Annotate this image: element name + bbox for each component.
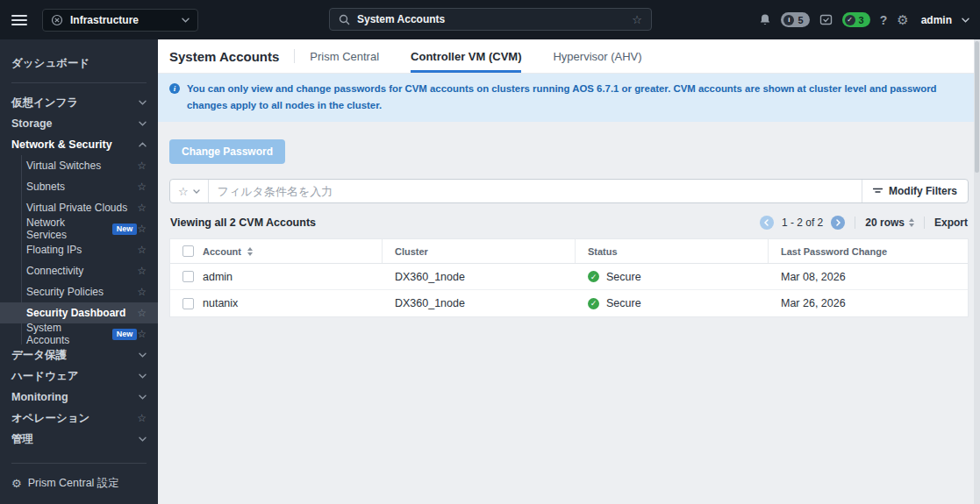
pagination-next-button[interactable] — [831, 216, 845, 230]
status-text: Secure — [606, 297, 641, 309]
sidebar-item-label: Storage — [11, 117, 53, 130]
hamburger-menu-icon[interactable] — [11, 12, 27, 28]
sidebar-item-dashboard[interactable]: ダッシュボード — [0, 53, 158, 74]
change-password-button[interactable]: Change Password — [169, 139, 285, 164]
sidebar-item-label: オペレーション — [11, 411, 89, 426]
favorite-star-icon: ☆ — [178, 185, 189, 198]
favorite-star-icon[interactable]: ☆ — [137, 202, 147, 214]
title-separator — [294, 49, 295, 63]
favorite-star-icon[interactable]: ☆ — [137, 244, 147, 256]
sidebar-item-label: Connectivity — [26, 265, 83, 277]
sidebar-item-virtual-private-clouds[interactable]: Virtual Private Clouds☆ — [0, 197, 158, 218]
sidebar-item-floating-ips[interactable]: Floating IPs☆ — [0, 239, 158, 260]
header-last-password-change[interactable]: Last Password Change — [769, 239, 968, 263]
filter-input[interactable] — [209, 185, 862, 198]
tab-controller-vm-cvm[interactable]: Controller VM (CVM) — [411, 39, 521, 73]
modify-filters-label: Modify Filters — [889, 185, 957, 197]
export-button[interactable]: Export — [934, 217, 968, 229]
account-cell: admin — [170, 264, 383, 289]
sidebar-item-label: Virtual Private Clouds — [26, 202, 127, 214]
main-content: System Accounts Prism Central Controller… — [158, 39, 980, 504]
sidebar-item-label: System Accounts — [26, 322, 106, 346]
sidebar-item-operations[interactable]: オペレーション☆ — [0, 408, 158, 429]
pagination-range-label: 1 - 2 of 2 — [782, 217, 823, 229]
info-banner-text: You can only view and change passwords f… — [187, 81, 968, 114]
sidebar-item-network-services[interactable]: Network ServicesNew☆ — [0, 218, 158, 239]
tasks-badge[interactable]: ✓ 3 — [842, 12, 870, 27]
table-row[interactable]: adminDX360_1node✓SecureMar 08, 2026 — [170, 264, 968, 290]
saved-filters-dropdown[interactable]: ☆ — [170, 185, 208, 198]
modify-filters-button[interactable]: Modify Filters — [862, 185, 968, 197]
filter-bar: ☆ Modify Filters — [169, 179, 969, 203]
favorite-star-icon[interactable]: ☆ — [137, 265, 147, 277]
favorite-star-icon[interactable]: ☆ — [137, 328, 147, 340]
sidebar-nav: ダッシュボード仮想インフラStorageNetwork & SecurityVi… — [0, 39, 158, 504]
row-checkbox[interactable] — [182, 298, 194, 309]
settings-gear-icon[interactable]: ⚙ — [897, 12, 908, 28]
tab-hypervisor-ahv[interactable]: Hypervisor (AHV) — [553, 39, 641, 73]
global-search[interactable]: System Accounts ☆ — [329, 8, 652, 31]
favorite-star-icon[interactable]: ☆ — [137, 307, 147, 319]
updown-icon — [909, 218, 914, 227]
secure-status-icon: ✓ — [588, 271, 599, 282]
sidebar-item-subnets[interactable]: Subnets☆ — [0, 176, 158, 197]
cluster-cell: DX360_1node — [383, 264, 576, 289]
bell-icon[interactable] — [759, 13, 771, 26]
chevron-left-icon — [764, 219, 769, 226]
sidebar-item-label: Subnets — [26, 181, 65, 193]
vertical-scrollbar[interactable] — [974, 39, 980, 504]
select-all-checkbox[interactable] — [182, 245, 194, 257]
table-header-row: Account Cluster Status Last Password Cha… — [170, 239, 968, 264]
account-name: nutanix — [203, 297, 238, 309]
favorite-star-icon[interactable]: ☆ — [137, 160, 147, 172]
sidebar-item-hardware[interactable]: ハードウェア — [0, 366, 158, 387]
pagination-prev-button[interactable] — [760, 216, 774, 230]
new-badge: New — [112, 224, 138, 235]
sort-icon[interactable] — [247, 247, 253, 256]
sidebar-item-network-security[interactable]: Network & Security — [0, 134, 158, 155]
header-status[interactable]: Status — [576, 239, 769, 263]
info-icon: i — [783, 15, 794, 25]
sidebar-item-connectivity[interactable]: Connectivity☆ — [0, 260, 158, 281]
tasks-icon[interactable] — [819, 13, 833, 26]
scrollbar-thumb[interactable] — [975, 41, 979, 173]
favorite-star-icon[interactable]: ☆ — [137, 412, 147, 424]
sidebar-item-storage[interactable]: Storage — [0, 113, 158, 134]
header-account[interactable]: Account — [170, 239, 383, 263]
search-value: System Accounts — [357, 13, 445, 25]
alerts-count: 5 — [798, 15, 803, 25]
chevron-right-icon — [836, 219, 841, 226]
page-header: System Accounts Prism Central Controller… — [158, 39, 980, 74]
alerts-badge[interactable]: i 5 — [781, 12, 809, 27]
filter-icon — [873, 188, 883, 195]
last-password-change-cell: Mar 26, 2026 — [769, 290, 968, 316]
sidebar-item-system-accounts[interactable]: System AccountsNew☆ — [0, 323, 158, 344]
app-switcher-dropdown[interactable]: Infrastructure — [42, 9, 198, 32]
header-cluster[interactable]: Cluster — [383, 239, 576, 263]
tab-prism-central[interactable]: Prism Central — [310, 39, 379, 73]
favorite-star-icon[interactable]: ☆ — [137, 286, 147, 298]
sidebar-item-data-protection[interactable]: データ保護 — [0, 344, 158, 366]
tab-label: Hypervisor (AHV) — [553, 50, 641, 63]
favorite-star-icon[interactable]: ☆ — [137, 223, 147, 235]
sidebar-item-security-policies[interactable]: Security Policies☆ — [0, 281, 158, 302]
favorite-star-icon[interactable]: ☆ — [632, 13, 642, 26]
chevron-down-icon — [193, 189, 200, 194]
page-title: System Accounts — [169, 49, 279, 64]
sidebar-item-virtual-infrastructure[interactable]: 仮想インフラ — [0, 92, 158, 113]
sidebar-item-monitoring[interactable]: Monitoring — [0, 387, 158, 408]
rows-per-page-select[interactable]: 20 rows — [865, 217, 914, 229]
chevron-down-icon — [139, 352, 147, 358]
status-cell: ✓Secure — [576, 290, 769, 316]
sidebar-item-security-dashboard[interactable]: Security Dashboard☆ — [0, 302, 158, 323]
tasks-count: 3 — [859, 15, 864, 25]
chevron-down-icon — [139, 373, 147, 379]
table-row[interactable]: nutanixDX360_1node✓SecureMar 26, 2026 — [170, 290, 968, 316]
row-checkbox[interactable] — [182, 271, 194, 282]
help-icon[interactable]: ? — [880, 13, 888, 27]
sidebar-item-virtual-switches[interactable]: Virtual Switches☆ — [0, 155, 158, 176]
user-chevron-down-icon[interactable] — [962, 18, 969, 23]
sidebar-item-prism-central-settings[interactable]: ⚙ Prism Central 設定 — [0, 472, 158, 493]
sidebar-item-administration[interactable]: 管理 — [0, 429, 158, 450]
favorite-star-icon[interactable]: ☆ — [137, 181, 147, 193]
